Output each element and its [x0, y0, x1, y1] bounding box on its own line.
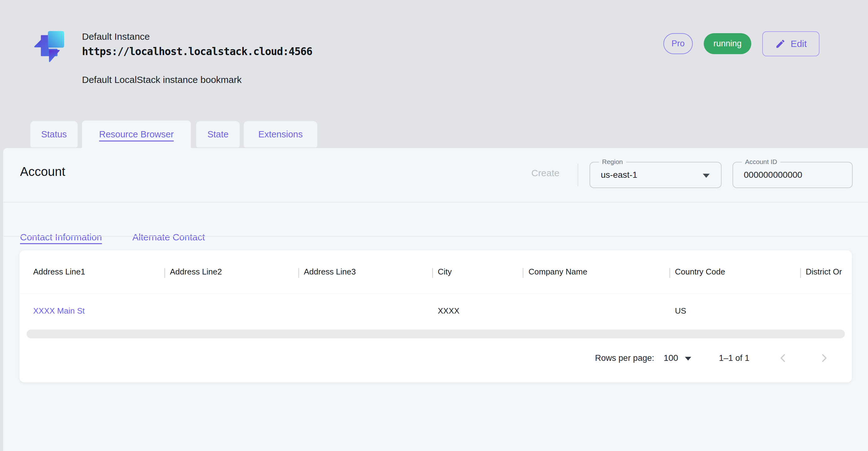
horizontal-scrollbar[interactable] [27, 330, 845, 338]
tab-state[interactable]: State [196, 121, 240, 147]
column-header-address-line1[interactable]: Address Line1 [33, 250, 85, 293]
instance-title: Default Instance [82, 31, 150, 42]
column-header-address-line2[interactable]: Address Line2 [170, 250, 222, 293]
column-separator [800, 268, 801, 278]
subtab-contact-information[interactable]: Contact Information [20, 232, 102, 243]
chevron-down-icon [685, 357, 691, 361]
column-header-address-line3[interactable]: Address Line3 [304, 250, 356, 293]
tab-status[interactable]: Status [30, 121, 78, 147]
tab-resource-browser-label: Resource Browser [99, 129, 174, 140]
data-grid-card: Address Line1 Address Line2 Address Line… [20, 250, 852, 383]
pro-badge: Pro [663, 33, 693, 54]
rows-per-page-value: 100 [664, 353, 678, 363]
pencil-icon [775, 38, 786, 49]
grid-header-row: Address Line1 Address Line2 Address Line… [20, 250, 852, 294]
page-title: Account [20, 164, 65, 179]
edit-button-label: Edit [791, 38, 807, 49]
column-separator [164, 268, 165, 278]
column-header-country-code[interactable]: Country Code [675, 250, 725, 293]
next-page-button[interactable] [817, 351, 831, 365]
create-button-label: Create [531, 168, 559, 178]
column-header-city[interactable]: City [438, 250, 452, 293]
resource-browser-panel: Account Create Region us-east-1 Account … [3, 148, 868, 451]
subtab-contact-information-label: Contact Information [20, 232, 102, 242]
toolbar-divider [578, 164, 578, 186]
column-separator [432, 268, 433, 278]
instance-url: https://localhost.localstack.cloud:4566 [82, 46, 312, 58]
instance-subtitle: Default LocalStack instance bookmark [82, 74, 242, 85]
account-id-value: 000000000000 [744, 162, 802, 187]
tab-status-label: Status [41, 129, 67, 140]
pagination-bar: Rows per page: 100 1–1 of 1 [595, 349, 831, 367]
subtab-divider [3, 236, 868, 237]
section-divider [3, 202, 868, 203]
tab-state-label: State [208, 129, 229, 140]
region-select-value: us-east-1 [601, 162, 638, 187]
pagination-range: 1–1 of 1 [719, 353, 749, 363]
tab-resource-browser[interactable]: Resource Browser [82, 120, 191, 148]
chevron-down-icon [703, 174, 710, 178]
column-separator [669, 268, 670, 278]
cell-city: XXXX [438, 293, 459, 328]
cell-country-code: US [675, 293, 686, 328]
rows-per-page-label: Rows per page: [595, 353, 654, 363]
column-header-company-name[interactable]: Company Name [528, 250, 587, 293]
account-id-field[interactable]: Account ID 000000000000 [733, 162, 852, 188]
rows-per-page-select[interactable]: 100 [664, 353, 691, 363]
localstack-logo [30, 28, 67, 64]
previous-page-button[interactable] [776, 351, 790, 365]
tab-extensions[interactable]: Extensions [244, 121, 317, 147]
tab-extensions-label: Extensions [258, 129, 303, 140]
cell-address-line1-link[interactable]: XXXX Main St [33, 293, 85, 328]
edit-button[interactable]: Edit [762, 31, 819, 56]
subtab-alternate-contact[interactable]: Alternate Contact [132, 232, 205, 243]
status-badge-label: running [713, 39, 742, 49]
column-header-district[interactable]: District Or [806, 250, 842, 293]
create-button[interactable]: Create [528, 162, 563, 184]
status-badge: running [704, 33, 751, 54]
subtab-alternate-contact-label: Alternate Contact [132, 232, 205, 242]
column-separator [523, 268, 524, 278]
column-separator [298, 268, 299, 278]
pro-badge-label: Pro [672, 39, 685, 49]
region-select[interactable]: Region us-east-1 [590, 162, 721, 188]
